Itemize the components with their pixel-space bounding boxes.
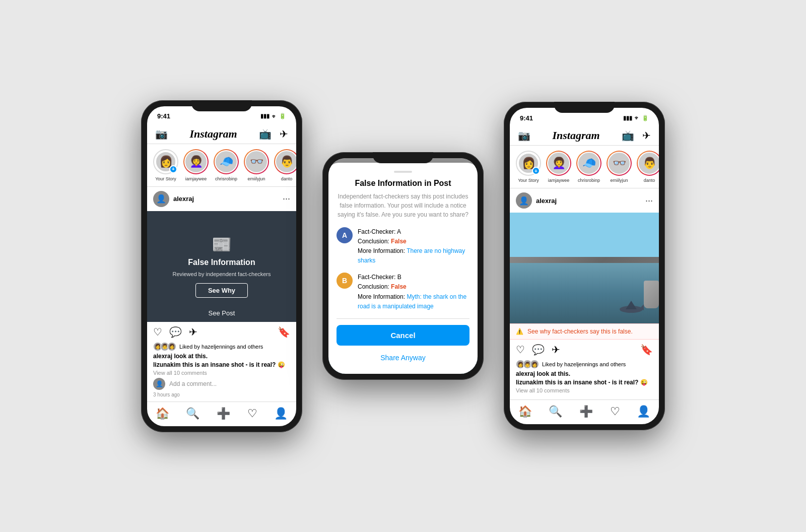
camera-icon-left[interactable]: 📷 (155, 128, 168, 140)
add-story-right[interactable]: + (532, 167, 540, 175)
battery-icon-r: 🔋 (642, 115, 649, 121)
home-icon-right[interactable]: 🏠 (518, 405, 532, 418)
post-more-left[interactable]: ··· (283, 193, 290, 204)
send-icon-right[interactable]: ✈ (642, 129, 651, 142)
signal-icon-r: ▮▮▮ (623, 115, 632, 121)
status-icons-left: ▮▮▮ ᯤ 🔋 (260, 113, 286, 119)
signal-icon: ▮▮▮ (260, 113, 270, 119)
story-4-r[interactable]: 👓 emiilyjun (607, 151, 632, 183)
status-icons-right: ▮▮▮ ᯤ 🔋 (623, 115, 649, 121)
fc-content-a: Fact-Checker: A Conclusion: False More I… (358, 227, 469, 266)
view-comments-left[interactable]: View all 10 comments (153, 370, 290, 376)
sheet-title: False Information in Post (337, 179, 469, 188)
save-icon-left[interactable]: 🔖 (278, 326, 290, 338)
warning-icon-right: ⚠️ (516, 328, 523, 335)
comment-row-right: lizunakim this is an insane shot - is it… (516, 379, 653, 386)
status-time-left: 9:41 (157, 112, 170, 120)
search-icon-left[interactable]: 🔍 (186, 407, 199, 420)
post-info-left: 👩 👨 👩 Liked by hazeljennings and others … (147, 342, 296, 402)
caption-user-right: alexraj (516, 370, 535, 377)
your-story-avatar-left: 👩 + (153, 149, 178, 174)
post-more-right[interactable]: ··· (645, 195, 653, 206)
caption-left: alexraj look at this. (153, 353, 290, 360)
road-surface-r (510, 263, 659, 323)
story-5-r[interactable]: 👨 danto (637, 151, 659, 183)
mirror-right (644, 281, 659, 308)
activity-icon-right[interactable]: ♡ (610, 405, 620, 418)
add-icon-left[interactable]: ➕ (217, 407, 230, 420)
fc-name-b: Fact-Checker: B (358, 274, 401, 281)
post-username-left[interactable]: alexraj (173, 195, 279, 203)
cancel-button[interactable]: Cancel (337, 325, 469, 346)
story-chris-left[interactable]: 🧢 chrisrobinp (214, 149, 239, 181)
story-2-r[interactable]: 👩‍🦱 iamjaywee (546, 151, 571, 183)
comment-icon-left[interactable]: 💬 (169, 326, 182, 338)
liked-text-right: Liked by hazeljennings and others (542, 361, 626, 367)
story-emily-left[interactable]: 👓 emiilyjun (244, 149, 269, 181)
story-avatar-emily-left: 👓 (244, 149, 269, 174)
see-why-button[interactable]: See Why (195, 283, 248, 298)
story-3-r[interactable]: 🧢 chrisrobinp (576, 151, 601, 183)
nav-bar-left: 📷 Instagram 📺 ✈ (147, 124, 296, 144)
share-icon-right[interactable]: ✈ (552, 344, 560, 356)
comment-row-left: lizunakim this is an insane shot - is it… (153, 361, 290, 368)
notch-left (191, 100, 252, 111)
like-icon-left[interactable]: ♡ (153, 326, 162, 338)
bottom-nav-left: 🏠 🔍 ➕ ♡ 👤 (147, 402, 296, 426)
post-image-left: 📰 False Information Reviewed by independ… (147, 211, 296, 322)
story-avatar-danto-left: 👨 (274, 149, 296, 174)
fc-badge-b: B (337, 273, 353, 289)
false-info-modal: False Information in Post Independent fa… (328, 163, 478, 374)
screen-right: 9:41 ▮▮▮ ᯤ 🔋 📷 Instagram 📺 ✈ (510, 108, 659, 424)
time-ago-left: 3 hours ago (153, 392, 290, 397)
search-icon-right[interactable]: 🔍 (549, 405, 562, 418)
add-icon-right[interactable]: ➕ (579, 405, 593, 418)
story-label-jaywee-left: iamjaywee (185, 176, 207, 181)
fc-name-a: Fact-Checker: A (358, 228, 401, 235)
screen-middle: 9:41 ▮▮▮ ᯤ 🔋 📷 Instagram 📺 ✈ (328, 158, 478, 374)
post-actions-right: ♡ 💬 ✈ 🔖 (510, 340, 659, 360)
fc-more-label-a: More Information: (358, 247, 405, 254)
story-avatar-chris-left: 🧢 (214, 149, 239, 174)
scene: 9:41 ▮▮▮ ᯤ 🔋 📷 Instagram 📺 ✈ (141, 100, 665, 432)
story-inner-jaywee-left: 👩‍🦱 (184, 150, 208, 173)
story-your-left[interactable]: 👩 + Your Story (153, 149, 178, 181)
commenter-right: lizunakim (516, 379, 544, 386)
caption-right: alexraj look at this. (516, 370, 653, 377)
home-icon-left[interactable]: 🏠 (156, 407, 169, 420)
phone-left: 9:41 ▮▮▮ ᯤ 🔋 📷 Instagram 📺 ✈ (141, 100, 302, 432)
like-icon-right[interactable]: ♡ (516, 344, 525, 356)
camera-icon-right[interactable]: 📷 (518, 129, 530, 142)
fc-label-a: Fact-Checker: A (358, 227, 469, 237)
wifi-icon: ᯤ (272, 113, 277, 119)
send-icon-left[interactable]: ✈ (280, 128, 288, 140)
fc-more-info-b: More Information: Myth: the shark on the… (358, 292, 469, 311)
see-post-link[interactable]: See Post (209, 309, 235, 317)
false-notice-banner[interactable]: ⚠️ See why fact-checkers say this is fal… (510, 323, 659, 340)
post-avatar-right: 👤 (516, 192, 532, 209)
tv-icon-left[interactable]: 📺 (259, 128, 272, 140)
commenter-left: lizunakim (153, 361, 181, 368)
share-icon-left[interactable]: ✈ (189, 326, 197, 338)
fc-conclusion-b: Conclusion: False (358, 282, 469, 292)
story-jaywee-left[interactable]: 👩‍🦱 iamjaywee (183, 149, 209, 181)
comment-icon-right[interactable]: 💬 (532, 344, 545, 356)
tv-icon-right[interactable]: 📺 (622, 129, 634, 142)
save-icon-right[interactable]: 🔖 (640, 344, 653, 356)
activity-icon-left[interactable]: ♡ (247, 407, 257, 420)
add-story-icon-left[interactable]: + (169, 165, 177, 173)
nav-right-right: 📺 ✈ (622, 129, 651, 142)
comment-body-right: this is an insane shot - is it real? 😜 (545, 379, 648, 386)
post-username-right[interactable]: alexraj (536, 197, 641, 205)
add-comment-row-left: 👤 Add a comment... (153, 378, 290, 390)
your-story-label-left: Your Story (155, 176, 176, 181)
comment-input-left[interactable]: Add a comment... (169, 380, 290, 387)
profile-icon-left[interactable]: 👤 (274, 407, 288, 420)
view-comments-right[interactable]: View all 10 comments (516, 387, 653, 393)
share-anyway-button[interactable]: Share Anyway (337, 350, 469, 366)
story-label-danto-left: danto (281, 176, 293, 181)
profile-icon-right[interactable]: 👤 (637, 405, 650, 418)
instagram-logo-left: Instagram (189, 127, 237, 141)
story-your-right[interactable]: 👩 + Your Story (516, 151, 541, 183)
story-danto-left[interactable]: 👨 danto (274, 149, 296, 181)
